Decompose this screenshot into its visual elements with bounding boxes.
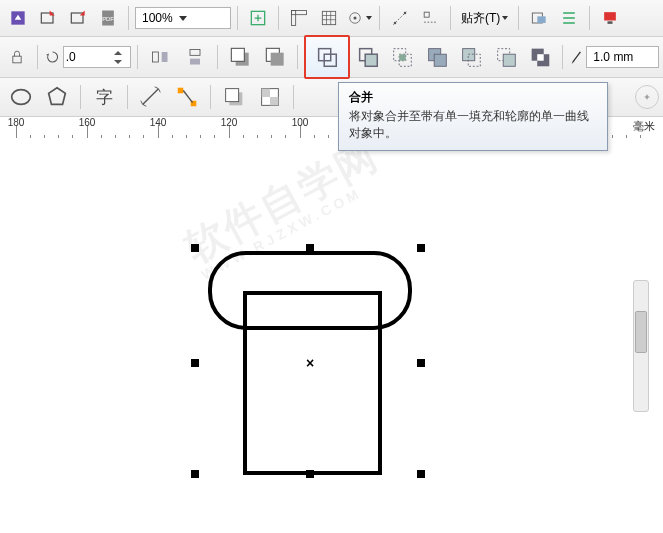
- svg-rect-7: [292, 11, 296, 26]
- outline-width-combo[interactable]: 1.0 mm: [586, 46, 659, 68]
- zoom-combo[interactable]: 100%: [135, 7, 231, 29]
- svg-rect-18: [13, 56, 21, 63]
- show-guides-icon[interactable]: [345, 4, 373, 32]
- front-minus-back-icon[interactable]: [455, 41, 487, 73]
- transparency-icon[interactable]: [253, 81, 287, 113]
- trim-icon[interactable]: [352, 41, 384, 73]
- rotation-input[interactable]: [64, 50, 112, 64]
- ellipse-tool-icon[interactable]: [4, 81, 38, 113]
- svg-rect-52: [270, 97, 278, 105]
- svg-rect-22: [190, 59, 200, 65]
- selection-handle[interactable]: [306, 470, 314, 478]
- svg-point-43: [12, 90, 31, 105]
- selection-center-icon: ×: [306, 355, 314, 371]
- selection-handle[interactable]: [191, 244, 199, 252]
- tooltip-title: 合并: [349, 89, 597, 106]
- connector-tool-icon[interactable]: [170, 81, 204, 113]
- svg-rect-16: [604, 12, 616, 20]
- fullscreen-icon[interactable]: [244, 4, 272, 32]
- simplify-icon[interactable]: [421, 41, 453, 73]
- text-tool-icon[interactable]: 字: [87, 81, 121, 113]
- drop-shadow-icon[interactable]: [217, 81, 251, 113]
- app-launcher-icon[interactable]: [596, 4, 624, 32]
- svg-rect-42: [537, 54, 544, 61]
- overflow-icon[interactable]: [635, 85, 659, 109]
- svg-text:PDF: PDF: [102, 16, 114, 22]
- outline-pen-icon: [569, 47, 584, 67]
- import-icon[interactable]: [34, 4, 62, 32]
- lock-icon[interactable]: [4, 43, 31, 71]
- vertical-scrollbar[interactable]: [633, 280, 649, 412]
- svg-rect-30: [365, 54, 377, 66]
- svg-rect-54: [245, 293, 380, 473]
- to-front-icon[interactable]: [224, 41, 256, 73]
- weld-tooltip: 合并 将对象合并至带有单一填充和轮廓的单一曲线对象中。: [338, 82, 608, 151]
- snap-label: 贴齐(T): [461, 10, 500, 27]
- back-minus-front-icon[interactable]: [489, 41, 521, 73]
- polygon-tool-icon[interactable]: [40, 81, 74, 113]
- dimension-tool-icon[interactable]: [134, 81, 168, 113]
- selection-group[interactable]: ×: [195, 248, 425, 478]
- svg-point-12: [404, 12, 407, 15]
- selection-handle[interactable]: [417, 470, 425, 478]
- tooltip-description: 将对象合并至带有单一填充和轮廓的单一曲线对象中。: [349, 108, 597, 142]
- svg-rect-36: [463, 49, 475, 61]
- pdf-icon[interactable]: PDF: [94, 4, 122, 32]
- selection-handle[interactable]: [191, 470, 199, 478]
- selection-handle[interactable]: [417, 244, 425, 252]
- show-grid-icon[interactable]: [315, 4, 343, 32]
- svg-rect-26: [270, 53, 283, 66]
- canvas[interactable]: 软件自学网 WWW.RJZXW.COM ×: [0, 138, 663, 533]
- svg-marker-44: [49, 88, 66, 105]
- alignment-guides-icon[interactable]: [416, 4, 444, 32]
- svg-rect-46: [178, 88, 184, 94]
- svg-rect-17: [608, 21, 613, 24]
- chevron-down-icon: [502, 16, 508, 20]
- svg-rect-33: [400, 54, 407, 61]
- svg-rect-6: [292, 11, 307, 15]
- scrollbar-thumb[interactable]: [635, 311, 647, 353]
- launch-icon[interactable]: [4, 4, 32, 32]
- weld-button[interactable]: [304, 35, 350, 79]
- selection-handle[interactable]: [306, 244, 314, 252]
- svg-rect-39: [503, 54, 515, 66]
- show-rulers-icon[interactable]: [285, 4, 313, 32]
- export-icon[interactable]: [64, 4, 92, 32]
- svg-text:字: 字: [96, 88, 113, 107]
- rotation-icon: [44, 48, 61, 66]
- mirror-vertical-icon[interactable]: [179, 41, 211, 73]
- snap-dropdown[interactable]: 贴齐(T): [457, 10, 512, 27]
- toolbar-row-2: 1.0 mm: [0, 37, 663, 78]
- dynamic-guides-icon[interactable]: [386, 4, 414, 32]
- ruler-unit: 毫米: [633, 119, 655, 134]
- intersect-icon[interactable]: [386, 41, 418, 73]
- chevron-down-icon: [179, 16, 187, 21]
- selection-handle[interactable]: [417, 359, 425, 367]
- mirror-horizontal-icon[interactable]: [144, 41, 176, 73]
- zoom-value: 100%: [142, 11, 173, 25]
- outline-width-value: 1.0 mm: [593, 50, 633, 64]
- svg-rect-24: [232, 48, 245, 61]
- selection-handle[interactable]: [191, 359, 199, 367]
- object-properties-icon[interactable]: [555, 4, 583, 32]
- svg-point-10: [354, 17, 357, 20]
- svg-point-11: [394, 22, 397, 25]
- svg-rect-51: [262, 89, 270, 97]
- svg-rect-21: [190, 50, 200, 56]
- rotation-spinner[interactable]: [63, 46, 132, 68]
- svg-rect-19: [153, 52, 159, 62]
- svg-rect-8: [322, 11, 335, 24]
- svg-rect-20: [162, 52, 168, 62]
- boundary-icon[interactable]: [524, 41, 556, 73]
- options-icon[interactable]: [525, 4, 553, 32]
- svg-rect-49: [226, 89, 239, 102]
- svg-rect-15: [538, 16, 546, 23]
- to-back-icon[interactable]: [258, 41, 290, 73]
- svg-rect-35: [434, 54, 446, 66]
- toolbar-row-1: PDF 100% 贴齐(T): [0, 0, 663, 37]
- svg-rect-13: [424, 12, 429, 17]
